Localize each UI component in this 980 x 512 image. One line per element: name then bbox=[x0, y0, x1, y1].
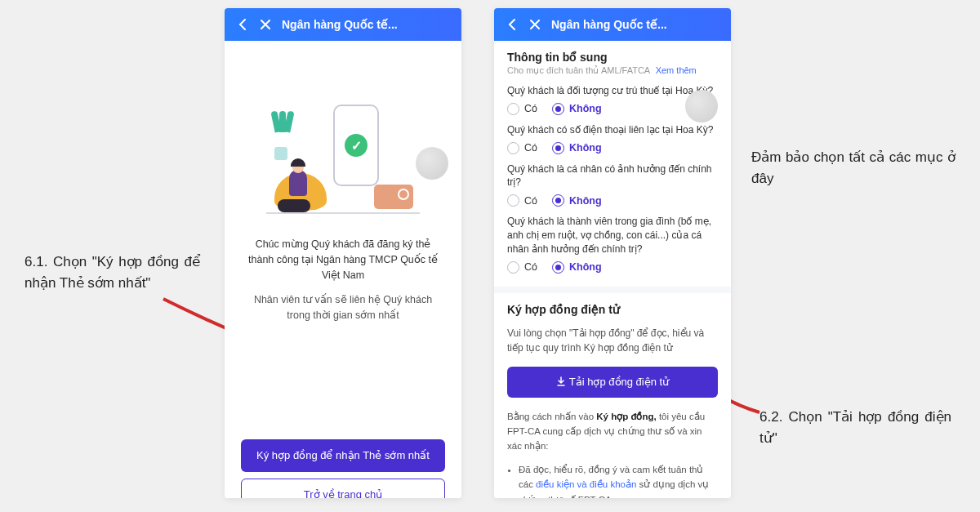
phone-body: Thông tin bổ sung Cho mục đích tuân thủ … bbox=[494, 41, 731, 498]
question-1: Quý khách là đối tượng cư trú thuế tại H… bbox=[507, 84, 718, 98]
see-more-link[interactable]: Xem thêm bbox=[656, 65, 697, 75]
success-illustration: ✓ bbox=[270, 98, 416, 220]
additional-info-section: Thông tin bổ sung Cho mục đích tuân thủ … bbox=[494, 41, 731, 287]
avatar[interactable] bbox=[685, 90, 718, 122]
chevron-left-icon bbox=[508, 19, 516, 30]
chevron-left-icon bbox=[238, 19, 247, 30]
back-button[interactable] bbox=[231, 13, 254, 36]
section-title: Thông tin bổ sung bbox=[507, 51, 718, 64]
section-subtitle: Cho mục đích tuân thủ AML/FATCA Xem thêm bbox=[507, 65, 718, 76]
close-button[interactable] bbox=[254, 13, 277, 36]
phone-body: ✓ Chúc mừng Quý khách đã đăng ký thẻ thà… bbox=[225, 98, 461, 498]
radio-yes[interactable]: Có bbox=[507, 103, 537, 115]
confirm-bullet: Đã đọc, hiểu rõ, đồng ý và cam kết tuân … bbox=[519, 462, 718, 498]
confirm-text: Bằng cách nhấn vào Ký hợp đồng, tôi yêu … bbox=[507, 409, 718, 454]
radio-no[interactable]: Không bbox=[552, 261, 602, 274]
radio-yes[interactable]: Có bbox=[507, 194, 537, 207]
radio-yes[interactable]: Có bbox=[507, 142, 537, 154]
app-header: Ngân hàng Quốc tế... bbox=[225, 8, 461, 41]
radio-group-2: Có Không bbox=[507, 142, 718, 154]
phone-screen-1: Ngân hàng Quốc tế... ✓ Chúc mừng Quý khá… bbox=[225, 8, 461, 498]
instruction-6-2: 6.2. Chọn "Tải hợp đồng điện tử" bbox=[760, 407, 951, 448]
go-home-button[interactable]: Trở về trang chủ bbox=[241, 479, 445, 498]
close-icon bbox=[530, 20, 540, 29]
header-title: Ngân hàng Quốc tế... bbox=[551, 18, 667, 31]
header-title: Ngân hàng Quốc tế... bbox=[282, 18, 398, 31]
radio-group-4: Có Không bbox=[507, 261, 718, 274]
back-button[interactable] bbox=[501, 13, 523, 36]
e-contract-section: Ký hợp đồng điện tử Vui lòng chọn "Tải h… bbox=[494, 293, 731, 498]
instruction-ensure-all: Đảm bảo chọn tất cả các mục ở đây bbox=[751, 147, 956, 189]
section-title: Ký hợp đồng điện tử bbox=[507, 303, 718, 316]
instruction-6-1: 6.1. Chọn "Ký hợp đồng để nhận Thẻ sớm n… bbox=[24, 252, 200, 293]
radio-no[interactable]: Không bbox=[552, 142, 602, 154]
confirm-bullet-list: Đã đọc, hiểu rõ, đồng ý và cam kết tuân … bbox=[507, 462, 718, 498]
contract-description: Vui lòng chọn "Tải hợp đồng" để đọc, hiể… bbox=[507, 326, 718, 355]
download-contract-button[interactable]: Tải hợp đồng điện tử bbox=[507, 367, 718, 398]
close-icon bbox=[261, 20, 270, 29]
question-2: Quý khách có số điện thoại liên lạc tại … bbox=[507, 123, 718, 137]
app-header: Ngân hàng Quốc tế... bbox=[494, 8, 731, 41]
checkmark-icon: ✓ bbox=[345, 134, 368, 157]
download-icon bbox=[556, 376, 566, 386]
radio-no[interactable]: Không bbox=[552, 103, 602, 115]
terms-link[interactable]: điều kiện và điều khoản bbox=[536, 479, 636, 489]
congrat-line-2: Nhân viên tư vấn sẽ liên hệ Quý khách tr… bbox=[243, 292, 443, 323]
radio-no[interactable]: Không bbox=[552, 194, 602, 207]
close-button[interactable] bbox=[523, 13, 546, 36]
question-4: Quý khách là thành viên trong gia đình (… bbox=[507, 215, 718, 256]
congrat-text: Chúc mừng Quý khách đã đăng ký thẻ thành… bbox=[225, 237, 461, 323]
sign-contract-button[interactable]: Ký hợp đồng để nhận Thẻ sớm nhất bbox=[241, 439, 445, 472]
phone-screen-2: Ngân hàng Quốc tế... Thông tin bổ sung C… bbox=[494, 8, 731, 498]
avatar[interactable] bbox=[416, 147, 448, 180]
question-3: Quý khách là cá nhân có ảnh hưởng đến ch… bbox=[507, 163, 718, 190]
radio-group-3: Có Không bbox=[507, 194, 718, 207]
congrat-line-1: Chúc mừng Quý khách đã đăng ký thẻ thành… bbox=[248, 238, 438, 281]
radio-yes[interactable]: Có bbox=[507, 261, 537, 274]
